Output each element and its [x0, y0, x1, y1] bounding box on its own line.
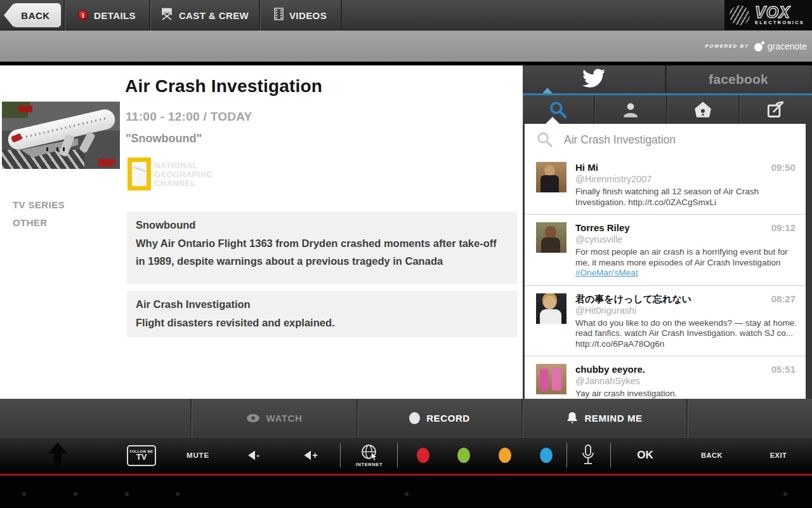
tab-home[interactable]: [667, 95, 740, 124]
gracenote-label: gracenote: [768, 41, 807, 51]
remote-divider: [340, 443, 341, 467]
tweet-author: chubby eeyore.: [575, 364, 645, 375]
tab-videos[interactable]: VIDEOS: [259, 0, 341, 30]
tab-profile[interactable]: [595, 95, 667, 124]
tab-compose[interactable]: [740, 95, 812, 124]
internet-button[interactable]: INTERNET: [353, 437, 386, 474]
globe-cursor-icon: [361, 444, 378, 461]
tab-twitter[interactable]: [523, 65, 667, 93]
search-row[interactable]: Air Crash Investigation: [525, 124, 806, 156]
genre-list: TV SERIES OTHER: [13, 196, 65, 232]
speaker-icon: [248, 451, 255, 460]
tweet-handle: @cyrusville: [575, 234, 796, 246]
follow-me-tv-button[interactable]: FOLLOW ME TV: [126, 437, 157, 474]
description-title: Snowbound: [136, 216, 508, 234]
mute-button[interactable]: MUTE: [181, 437, 214, 474]
up-arrow-icon: [48, 443, 67, 468]
film-strip-icon: [274, 8, 284, 23]
watch-button[interactable]: WATCH: [190, 399, 357, 437]
remote-divider: [397, 443, 398, 467]
avatar: [536, 293, 566, 324]
social-network-tabs: facebook: [523, 65, 812, 93]
tab-videos-label: VIDEOS: [289, 10, 327, 21]
remote-divider: [566, 443, 567, 467]
program-details-pane: TV SERIES OTHER Air Crash Investigation …: [0, 65, 523, 399]
active-tab-caret: [542, 88, 553, 93]
top-nav-bar: BACK i DETAILS CAST & CREW: [0, 0, 812, 30]
vox-circle-icon: [728, 4, 751, 27]
search-query-text: Air Crash Investigation: [564, 133, 676, 147]
program-poster-image: [2, 102, 120, 169]
natgeo-frame-icon: [128, 157, 151, 190]
record-icon: [409, 412, 420, 424]
tab-cast-crew[interactable]: CAST & CREW: [149, 0, 259, 30]
bezel-dot: [22, 492, 26, 496]
tweet-list[interactable]: Air Crash Investigation Hi Mi 09:50 @Hir…: [523, 124, 812, 399]
active-section-caret: [546, 117, 560, 124]
voice-search-button[interactable]: [576, 437, 600, 474]
description-body: Flight disasters revisited and explained…: [136, 314, 501, 331]
exit-button[interactable]: EXIT: [762, 437, 795, 474]
record-button[interactable]: RECORD: [357, 399, 521, 437]
channel-up-button[interactable]: [48, 437, 68, 474]
twitter-bird-icon: [582, 69, 605, 90]
info-icon: i: [78, 10, 88, 20]
tweet-hashtag-link[interactable]: #OneMan'sMeat: [575, 268, 796, 279]
ok-label: OK: [637, 449, 653, 462]
tab-details[interactable]: i DETAILS: [63, 0, 149, 30]
tab-facebook[interactable]: facebook: [667, 65, 810, 93]
tweet-handle: @Hit0rigurashi: [575, 305, 796, 317]
volume-up-button[interactable]: +: [298, 437, 324, 474]
compose-icon: [767, 101, 785, 119]
remote-back-label: BACK: [701, 451, 723, 459]
episode-description-card: Snowbound Why Air Ontario Flight 1363 fr…: [127, 211, 517, 284]
tweet-time: 09:12: [771, 222, 796, 233]
channel-logo-line: NATIONAL: [154, 161, 213, 170]
tweet-text: What do you like to do on the weekends? …: [575, 318, 804, 350]
avatar: [536, 222, 566, 253]
remote-divider: [610, 443, 611, 467]
search-query-icon: [536, 131, 554, 149]
bezel-dot: [405, 492, 409, 496]
mute-label: MUTE: [187, 451, 209, 459]
tweet-time: 08:27: [771, 293, 796, 304]
action-bar-spacer: [686, 399, 811, 437]
microphone-icon: [581, 444, 595, 467]
tweet-text: Yay air crash investigation.: [575, 389, 804, 399]
description-title: Air Crash Investigation: [136, 295, 508, 314]
remote-back-button[interactable]: BACK: [695, 437, 728, 474]
red-key-button[interactable]: [417, 448, 429, 463]
program-title: Air Crash Investigation: [125, 76, 322, 97]
program-time: 11:00 - 12:00 / TODAY: [126, 110, 252, 124]
tweet-time: 09:50: [771, 162, 796, 173]
remind-me-button[interactable]: REMIND ME: [521, 399, 686, 437]
powered-by-label: POWERED BY: [705, 43, 749, 49]
ok-button[interactable]: OK: [628, 437, 662, 474]
volume-down-button[interactable]: -: [241, 437, 266, 474]
home-icon: [694, 101, 712, 119]
tweet-item[interactable]: Hi Mi 09:50 @Hirenmistry2007 Finally fin…: [525, 156, 806, 214]
tv-label: TV: [136, 453, 147, 461]
tweet-handle: @Hirenmistry2007: [575, 173, 796, 185]
bezel-dot: [783, 492, 787, 496]
remote-control-bar: FOLLOW ME TV MUTE - + INTERNET: [0, 437, 812, 474]
bezel-dot: [176, 492, 180, 496]
yellow-key-button[interactable]: [499, 448, 511, 463]
description-body: Why Air Ontario Flight 1363 from Dryden …: [136, 234, 501, 270]
social-panel: facebook Air Crash Investigation: [523, 65, 812, 399]
record-label: RECORD: [426, 413, 470, 424]
back-button-label: BACK: [15, 10, 49, 21]
tweet-item[interactable]: Torres Riley 09:12 @cyrusville For most …: [525, 214, 806, 285]
search-icon: [549, 100, 568, 119]
back-button[interactable]: BACK: [4, 3, 61, 27]
tweet-item[interactable]: 君の事をけっして忘れない 08:27 @Hit0rigurashi What d…: [525, 285, 806, 356]
blue-key-button[interactable]: [540, 448, 553, 463]
directors-chair-icon: [160, 8, 173, 23]
channel-logo-line: CHANNEL: [154, 179, 213, 188]
tweet-item[interactable]: chubby eeyore. 05:51 @JannahSykes Yay ai…: [525, 356, 806, 399]
bezel-dot: [125, 492, 129, 496]
green-key-button[interactable]: [457, 448, 470, 463]
bezel-dot: [74, 492, 77, 496]
facebook-label: facebook: [709, 72, 768, 87]
tv-guide-screen: BACK i DETAILS CAST & CREW: [0, 0, 812, 508]
